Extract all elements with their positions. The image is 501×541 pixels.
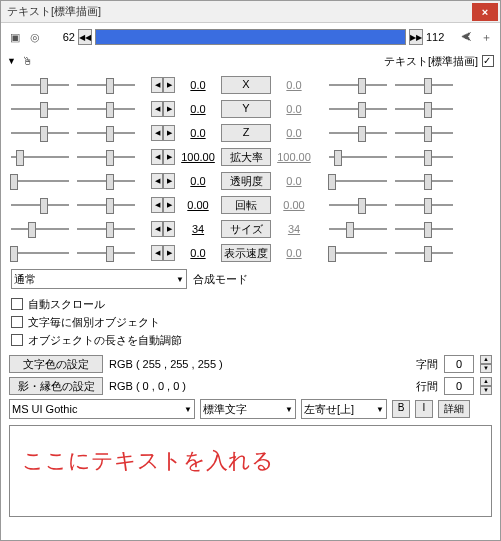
value-3[interactable]: 100.00 — [179, 151, 217, 163]
dec-2[interactable]: ◀ — [151, 125, 163, 141]
option-check-1[interactable] — [11, 316, 23, 328]
dec-6[interactable]: ◀ — [151, 221, 163, 237]
param-btn-1[interactable]: Y — [221, 100, 271, 118]
close-button[interactable]: × — [472, 3, 498, 21]
value2-4: 0.0 — [275, 175, 313, 187]
slider-left-4[interactable] — [9, 172, 71, 190]
detail-button[interactable]: 詳細 — [438, 400, 470, 418]
slider-left-2[interactable] — [9, 124, 71, 142]
slider-left2-4[interactable] — [75, 172, 137, 190]
fonttype-combo[interactable]: 標準文字▼ — [200, 399, 296, 419]
inc-1[interactable]: ▶ — [163, 101, 175, 117]
inc-6[interactable]: ▶ — [163, 221, 175, 237]
slider-right-7[interactable] — [327, 244, 389, 262]
dec-4[interactable]: ◀ — [151, 173, 163, 189]
value-4[interactable]: 0.0 — [179, 175, 217, 187]
charspace-input[interactable] — [444, 355, 474, 373]
enable-checkbox[interactable] — [482, 55, 494, 67]
linespace-spinner[interactable]: ▲▼ — [480, 377, 492, 395]
dec-0[interactable]: ◀ — [151, 77, 163, 93]
mouse-icon[interactable]: 🖱 — [20, 53, 36, 69]
slider-right2-5[interactable] — [393, 196, 455, 214]
slider-right-0[interactable] — [327, 76, 389, 94]
slider-left2-1[interactable] — [75, 100, 137, 118]
rewind-button[interactable]: ◀◀ — [78, 29, 92, 45]
inc-2[interactable]: ▶ — [163, 125, 175, 141]
value-6[interactable]: 34 — [179, 223, 217, 235]
dec-3[interactable]: ◀ — [151, 149, 163, 165]
option-label-0: 自動スクロール — [28, 297, 105, 312]
param-btn-6[interactable]: サイズ — [221, 220, 271, 238]
blend-label: 合成モード — [193, 272, 248, 287]
slider-right2-1[interactable] — [393, 100, 455, 118]
bold-button[interactable]: B — [392, 400, 410, 418]
text-content-input[interactable]: ここにテキストを入れる — [9, 425, 492, 517]
text-color-button[interactable]: 文字色の設定 — [9, 355, 103, 373]
param-btn-5[interactable]: 回転 — [221, 196, 271, 214]
slider-right2-4[interactable] — [393, 172, 455, 190]
slider-right-6[interactable] — [327, 220, 389, 238]
value2-6: 34 — [275, 223, 313, 235]
slider-right2-2[interactable] — [393, 124, 455, 142]
value-5[interactable]: 0.00 — [179, 199, 217, 211]
param-btn-3[interactable]: 拡大率 — [221, 148, 271, 166]
slider-left2-3[interactable] — [75, 148, 137, 166]
text-color-rgb: RGB ( 255 , 255 , 255 ) — [109, 358, 223, 370]
prev-icon[interactable]: ⮜ — [458, 29, 474, 45]
timeline-track[interactable] — [95, 29, 406, 45]
value-1[interactable]: 0.0 — [179, 103, 217, 115]
forward-button[interactable]: ▶▶ — [409, 29, 423, 45]
slider-right-1[interactable] — [327, 100, 389, 118]
inc-3[interactable]: ▶ — [163, 149, 175, 165]
slider-right-4[interactable] — [327, 172, 389, 190]
param-btn-0[interactable]: X — [221, 76, 271, 94]
slider-right-5[interactable] — [327, 196, 389, 214]
slider-right-2[interactable] — [327, 124, 389, 142]
linespace-input[interactable] — [444, 377, 474, 395]
align-combo[interactable]: 左寄せ[上]▼ — [301, 399, 387, 419]
param-btn-4[interactable]: 透明度 — [221, 172, 271, 190]
dec-1[interactable]: ◀ — [151, 101, 163, 117]
italic-button[interactable]: I — [415, 400, 433, 418]
slider-left-0[interactable] — [9, 76, 71, 94]
value-2[interactable]: 0.0 — [179, 127, 217, 139]
slider-left2-5[interactable] — [75, 196, 137, 214]
inc-5[interactable]: ▶ — [163, 197, 175, 213]
font-combo[interactable]: MS UI Gothic▼ — [9, 399, 195, 419]
dec-5[interactable]: ◀ — [151, 197, 163, 213]
option-check-0[interactable] — [11, 298, 23, 310]
slider-left-6[interactable] — [9, 220, 71, 238]
inc-4[interactable]: ▶ — [163, 173, 175, 189]
shadow-color-button[interactable]: 影・縁色の設定 — [9, 377, 103, 395]
slider-left-3[interactable] — [9, 148, 71, 166]
slider-right2-3[interactable] — [393, 148, 455, 166]
collapse-icon[interactable]: ▼ — [7, 56, 16, 66]
dec-7[interactable]: ◀ — [151, 245, 163, 261]
slider-left-1[interactable] — [9, 100, 71, 118]
inc-7[interactable]: ▶ — [163, 245, 175, 261]
slider-right2-7[interactable] — [393, 244, 455, 262]
slider-left2-2[interactable] — [75, 124, 137, 142]
slider-left-7[interactable] — [9, 244, 71, 262]
inc-0[interactable]: ▶ — [163, 77, 175, 93]
camera-icon[interactable]: ▣ — [7, 29, 23, 45]
charspace-spinner[interactable]: ▲▼ — [480, 355, 492, 373]
blend-combo[interactable]: 通常▼ — [11, 269, 187, 289]
value-0[interactable]: 0.0 — [179, 79, 217, 91]
value-7[interactable]: 0.0 — [179, 247, 217, 259]
slider-left-5[interactable] — [9, 196, 71, 214]
option-check-2[interactable] — [11, 334, 23, 346]
slider-right2-0[interactable] — [393, 76, 455, 94]
loop-icon[interactable]: ◎ — [27, 29, 43, 45]
charspace-label: 字間 — [416, 357, 438, 372]
slider-left2-7[interactable] — [75, 244, 137, 262]
value2-3: 100.00 — [275, 151, 313, 163]
param-btn-2[interactable]: Z — [221, 124, 271, 142]
param-btn-7[interactable]: 表示速度 — [221, 244, 271, 262]
slider-left2-6[interactable] — [75, 220, 137, 238]
add-icon[interactable]: ＋ — [478, 29, 494, 45]
option-label-1: 文字毎に個別オブジェクト — [28, 315, 160, 330]
slider-left2-0[interactable] — [75, 76, 137, 94]
slider-right-3[interactable] — [327, 148, 389, 166]
slider-right2-6[interactable] — [393, 220, 455, 238]
